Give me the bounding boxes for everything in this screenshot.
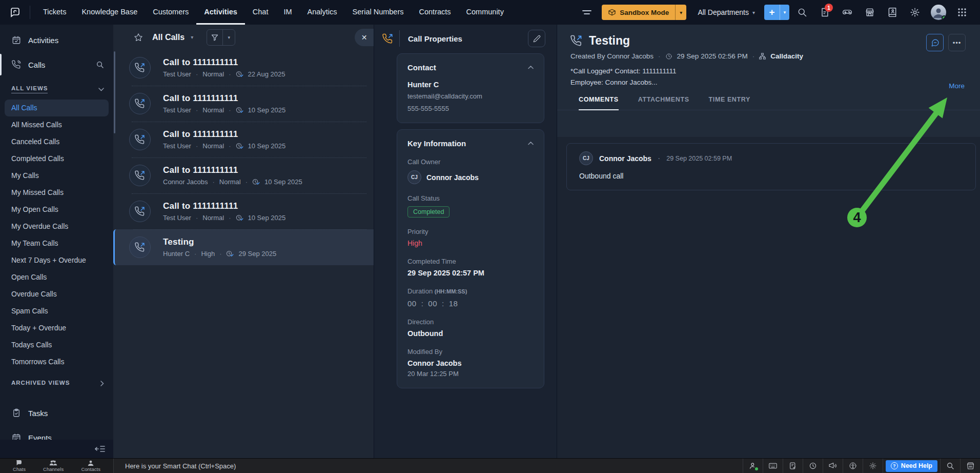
section-all-views[interactable]: ALL VIEWS (11, 85, 104, 93)
sandbox-mode-button[interactable]: Sandbox Mode ▾ (602, 5, 686, 20)
nav-tab[interactable]: Tickets (35, 0, 74, 25)
completed-time-value: 29 Sep 2025 02:57 PM (407, 269, 534, 277)
sidebar-search-icon[interactable] (96, 61, 104, 69)
settings-gear-icon[interactable] (905, 3, 925, 22)
accessibility-icon[interactable] (843, 459, 863, 473)
nav-tab[interactable]: Customers (145, 0, 196, 25)
announcements-icon[interactable] (823, 459, 843, 473)
sidebar-view-item[interactable]: Next 7 Days + Overdue (0, 252, 113, 269)
chevron-down-icon[interactable]: ▾ (191, 34, 193, 40)
dock-chats[interactable]: Chats (13, 460, 26, 472)
collapse-sidebar-icon[interactable] (95, 445, 105, 452)
nav-tab[interactable]: Knowledge Base (74, 0, 145, 25)
sidebar-view-item[interactable]: My Missed Calls (0, 184, 113, 201)
nav-tab[interactable]: Serial Numbers (345, 0, 412, 25)
user-avatar[interactable] (931, 5, 946, 20)
nav-tab[interactable]: Contracts (412, 0, 459, 25)
funnel-icon[interactable] (207, 30, 222, 45)
call-list-row[interactable]: Call to 1111111111 Test User Normal 10 S… (113, 122, 374, 157)
availability-icon[interactable] (743, 459, 763, 473)
sidebar-view-item[interactable]: My Team Calls (0, 235, 113, 252)
duration-value: 00:00:18 (407, 299, 534, 308)
call-list-row[interactable]: Call to 1111111111 Test User Normal 10 S… (113, 193, 374, 229)
activity-log-icon[interactable] (783, 459, 803, 473)
list-view-title[interactable]: All Calls (152, 33, 185, 42)
chevron-up-icon[interactable] (528, 66, 534, 69)
marketplace-icon[interactable] (860, 3, 880, 22)
call-list-row[interactable]: Call to 1111111111 Test User Normal 22 A… (113, 50, 374, 86)
search-icon[interactable] (792, 3, 812, 22)
detail-tab[interactable]: TIME ENTRY (709, 96, 750, 110)
outbound-call-icon (129, 57, 151, 78)
section-archived-views[interactable]: ARCHIVED VIEWS (11, 380, 104, 387)
app-logo-icon[interactable] (7, 5, 23, 20)
sidebar-view-item[interactable]: Tomorrows Calls (0, 353, 113, 370)
call-list-panel: All Calls ▾ ▾ ✕ Call to 1111111111 (113, 25, 374, 458)
quick-add-caret[interactable]: ▾ (780, 5, 789, 20)
dock-channels[interactable]: Channels (43, 460, 64, 472)
chevron-right-icon (100, 381, 104, 386)
top-navigation: TicketsKnowledge BaseCustomersActivities… (0, 0, 980, 25)
detail-tab[interactable]: COMMENTS (579, 96, 619, 110)
statusbar-search-icon[interactable] (940, 459, 960, 473)
modified-by-value: Connor Jacobs (407, 359, 534, 367)
contact-phone[interactable]: 555-555-5555 (407, 105, 534, 112)
chat-dock: Chats Channels Contacts (0, 459, 113, 473)
call-list-row[interactable]: Call to 1111111111 Connor Jacobs Normal … (113, 157, 374, 193)
sidebar-view-item[interactable]: Todays Calls (0, 337, 113, 353)
smart-chat-bar[interactable]: Here is your Smart Chat (Ctrl+Space) (113, 459, 743, 473)
nav-tab[interactable]: Activities (196, 0, 244, 25)
departments-dropdown[interactable]: All Departments ▾ (689, 8, 761, 16)
recent-items-icon[interactable] (803, 459, 823, 473)
gamescope-icon[interactable] (838, 3, 857, 22)
nav-tab[interactable]: Chat (245, 0, 276, 25)
sidebar-view-item[interactable]: All Missed Calls (0, 116, 113, 133)
display-brightness-icon[interactable] (863, 459, 883, 473)
star-icon[interactable] (134, 33, 143, 42)
more-actions-button[interactable]: ••• (948, 34, 966, 51)
call-list-row[interactable]: Testing Hunter C High 29 Sep 2025 (113, 229, 374, 265)
notifications-icon[interactable]: 1 (815, 3, 834, 22)
sidebar-view-item[interactable]: Today + Overdue (0, 320, 113, 337)
sandbox-caret[interactable]: ▾ (675, 5, 686, 20)
more-link[interactable]: More (949, 82, 965, 90)
quick-add-button[interactable]: + ▾ (764, 5, 789, 20)
sidebar-view-item[interactable]: All Calls (5, 100, 109, 116)
comment-button[interactable] (926, 34, 944, 51)
filter-caret[interactable]: ▾ (222, 30, 235, 45)
keyboard-shortcuts-icon[interactable] (763, 459, 783, 473)
nav-tab[interactable]: Analytics (300, 0, 345, 25)
need-help-button[interactable]: ? Need Help (886, 460, 937, 472)
sidebar-module-activities[interactable]: Activities (0, 28, 113, 52)
sidebar-view-item[interactable]: Completed Calls (0, 150, 113, 167)
sidebar-view-item[interactable]: My Open Calls (0, 201, 113, 218)
plus-icon[interactable]: + (764, 5, 780, 20)
sidebar-view-item[interactable]: My Overdue Calls (0, 218, 113, 235)
app-grid-icon[interactable] (952, 3, 972, 22)
nav-tab[interactable]: IM (276, 0, 299, 25)
close-icon[interactable]: ✕ (355, 29, 374, 46)
call-list-row[interactable]: Call to 1111111111 Test User Normal 10 S… (113, 86, 374, 122)
reorder-tabs-icon[interactable] (582, 9, 591, 15)
sidebar-view-item[interactable]: Spam Calls (0, 303, 113, 320)
user-guide-icon[interactable] (883, 3, 902, 22)
question-icon: ? (891, 462, 898, 469)
sidebar-view-item[interactable]: Open Calls (0, 269, 113, 286)
sidebar-view-item[interactable]: My Calls (0, 167, 113, 184)
feedback-bin-icon[interactable] (960, 459, 980, 473)
sidebar-view-item[interactable]: Canceled Calls (0, 133, 113, 150)
filter-button[interactable]: ▾ (207, 29, 235, 46)
chevron-up-icon[interactable] (528, 142, 534, 145)
detail-tab[interactable]: ATTACHMENTS (638, 96, 689, 110)
edit-properties-button[interactable] (528, 30, 545, 47)
people-group-icon (49, 460, 57, 466)
dock-contacts[interactable]: Contacts (81, 460, 100, 472)
sidebar-module-tasks[interactable]: Tasks (0, 401, 113, 425)
properties-title: Call Properties (408, 34, 462, 43)
sidebar-module-calls[interactable]: Calls (0, 52, 113, 77)
nav-tab[interactable]: Community (459, 0, 512, 25)
priority-value: High (407, 239, 534, 247)
sidebar-view-item[interactable]: Overdue Calls (0, 286, 113, 303)
contact-email[interactable]: testemail@calldacity.com (407, 92, 534, 100)
calendar-check-icon (12, 35, 21, 45)
